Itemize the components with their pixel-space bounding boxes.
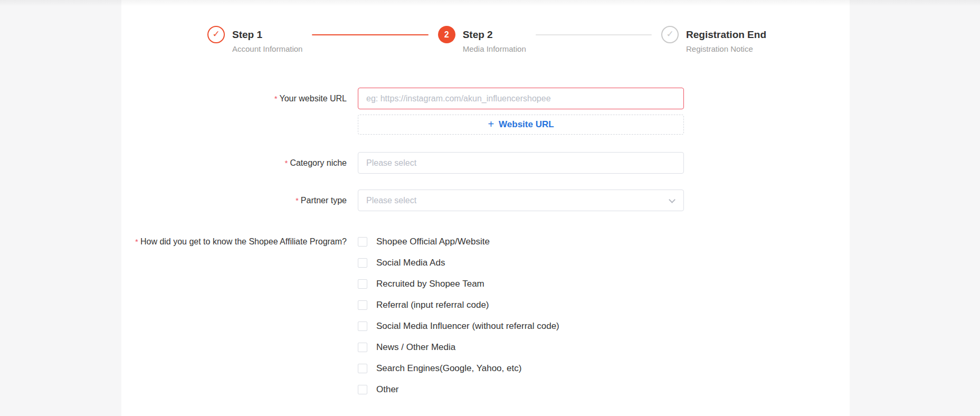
website-url-input[interactable]	[358, 88, 684, 109]
step-3-subtitle: Registration Notice	[686, 44, 766, 53]
know-from-label: *How did you get to know the Shopee Affi…	[121, 231, 358, 248]
add-website-url-button[interactable]: + Website URL	[358, 115, 684, 135]
checkbox-icon[interactable]	[358, 300, 367, 310]
registration-card: ✓ Step 1 Account Information 2 Step 2 Me…	[121, 0, 850, 416]
step-1-subtitle: Account Information	[232, 44, 302, 53]
required-asterisk: *	[285, 158, 288, 167]
checkbox-icon[interactable]	[358, 385, 367, 394]
checkbox-icon[interactable]	[358, 322, 367, 331]
plus-icon: +	[488, 118, 494, 130]
step-1-account-information: ✓ Step 1 Account Information	[207, 26, 302, 53]
stepper-connector-completed	[312, 34, 428, 35]
partner-type-row: *Partner type Please select	[121, 190, 850, 211]
website-url-label: *Your website URL	[121, 88, 358, 109]
partner-type-label: *Partner type	[121, 190, 358, 211]
media-information-form: *Your website URL + Website URL *Categor…	[121, 88, 850, 416]
step-1-completed-check-icon: ✓	[207, 26, 225, 43]
step-3-pending-check-icon: ✓	[661, 26, 679, 43]
partner-type-select[interactable]: Please select	[358, 190, 684, 211]
know-from-option-recruited-by-shopee[interactable]: Recruited by Shopee Team	[358, 278, 684, 290]
website-url-row: *Your website URL + Website URL	[121, 88, 850, 135]
know-from-option-search-engines[interactable]: Search Engines(Google, Yahoo, etc)	[358, 362, 684, 374]
add-website-url-button-label: Website URL	[499, 119, 554, 130]
category-niche-placeholder: Please select	[366, 158, 416, 168]
stepper: ✓ Step 1 Account Information 2 Step 2 Me…	[121, 0, 850, 53]
step-2-media-information: 2 Step 2 Media Information	[438, 26, 526, 53]
required-asterisk: *	[296, 196, 299, 205]
checkbox-icon[interactable]	[358, 364, 367, 373]
know-from-option-referral[interactable]: Referral (input referral code)	[358, 299, 684, 311]
know-from-option-shopee-official[interactable]: Shopee Official App/Website	[358, 235, 684, 248]
stepper-connector-pending	[536, 34, 652, 35]
category-niche-select[interactable]: Please select	[358, 152, 684, 174]
checkbox-icon[interactable]	[358, 237, 367, 247]
know-from-row: *How did you get to know the Shopee Affi…	[121, 231, 850, 404]
step-2-active-number-badge: 2	[438, 26, 455, 43]
required-asterisk: *	[274, 94, 278, 103]
step-1-title: Step 1	[232, 26, 302, 43]
know-from-option-social-media-ads[interactable]: Social Media Ads	[358, 257, 684, 269]
checkbox-icon[interactable]	[358, 258, 367, 268]
step-registration-end: ✓ Registration End Registration Notice	[661, 26, 766, 53]
required-asterisk: *	[135, 237, 138, 246]
category-niche-label: *Category niche	[121, 152, 358, 174]
checkbox-icon[interactable]	[358, 343, 367, 352]
checkbox-icon[interactable]	[358, 279, 367, 289]
step-2-subtitle: Media Information	[463, 44, 526, 53]
know-from-option-other[interactable]: Other	[358, 383, 684, 395]
step-3-title: Registration End	[686, 26, 766, 43]
partner-type-placeholder: Please select	[366, 196, 416, 205]
know-from-options: Shopee Official App/Website Social Media…	[358, 231, 684, 404]
step-2-title: Step 2	[463, 26, 526, 43]
category-niche-row: *Category niche Please select	[121, 152, 850, 174]
know-from-option-news-other-media[interactable]: News / Other Media	[358, 341, 684, 353]
chevron-down-icon	[669, 196, 675, 203]
know-from-option-social-media-influencer[interactable]: Social Media Influencer (without referra…	[358, 320, 684, 332]
